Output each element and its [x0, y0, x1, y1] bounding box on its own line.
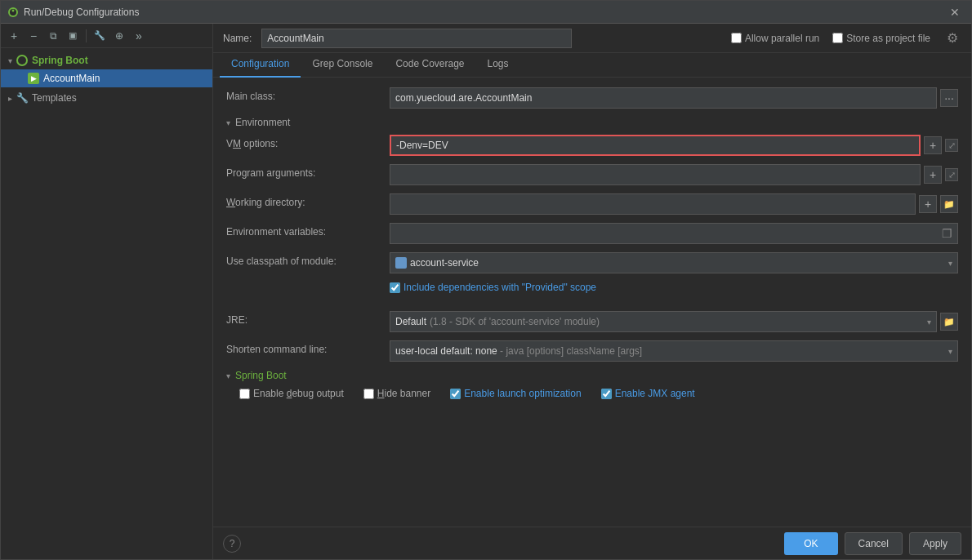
env-vars-label: Environment variables: — [226, 223, 390, 238]
sidebar-toolbar: + − ⧉ ▣ 🔧 ⊕ » — [1, 24, 212, 48]
module-dropdown-arrow: ▾ — [948, 259, 952, 268]
jre-folder-button[interactable]: 📁 — [940, 313, 958, 331]
account-main-icon: ▶ — [27, 72, 40, 85]
copy-config-button[interactable]: ⧉ — [45, 28, 61, 44]
program-args-input[interactable] — [390, 164, 921, 185]
module-dropdown[interactable]: account-service ▾ — [390, 252, 958, 273]
allow-parallel-checkbox[interactable] — [731, 33, 742, 43]
expand-button[interactable]: ⊕ — [111, 28, 127, 44]
program-args-add-button[interactable]: + — [924, 166, 942, 184]
vm-options-add-button[interactable]: + — [924, 136, 942, 154]
settings-button[interactable]: 🔧 — [91, 28, 108, 44]
main-class-more-button[interactable]: ··· — [940, 89, 958, 107]
env-vars-field[interactable]: ❐ — [390, 223, 958, 244]
shorten-cmd-detail: - java [options] className [args] — [500, 345, 642, 357]
tab-grep-console[interactable]: Grep Console — [301, 53, 384, 78]
enable-launch-label: Enable launch optimization — [464, 388, 581, 399]
shorten-cmd-label: Shorten command line: — [226, 340, 390, 355]
close-button[interactable]: ✕ — [945, 4, 965, 20]
classpath-label: Use classpath of module: — [226, 252, 390, 267]
enable-debug-label: Enable debug output — [253, 388, 344, 399]
jre-row: JRE: Default (1.8 - SDK of 'account-serv… — [226, 311, 958, 332]
spring-boot-section-title: Spring Boot — [235, 370, 287, 381]
tab-code-coverage[interactable]: Code Coverage — [384, 53, 475, 78]
enable-jmx-checkbox[interactable] — [601, 389, 612, 399]
jre-default-text: Default — [395, 316, 426, 327]
name-row: Name: Allow parallel run Store as projec… — [213, 24, 971, 53]
program-args-label: Program arguments: — [226, 164, 390, 179]
store-project-checkbox[interactable] — [832, 33, 843, 43]
enable-launch-check: Enable launch optimization — [450, 388, 581, 399]
right-panel: Name: Allow parallel run Store as projec… — [213, 24, 971, 559]
spring-boot-label: Spring Boot — [32, 55, 88, 66]
jre-dropdown[interactable]: Default (1.8 - SDK of 'account-service' … — [390, 311, 937, 332]
include-deps-label: Include dependencies with "Provided" sco… — [404, 282, 596, 293]
config-content: Main class: ··· ▾ Environment — [213, 78, 971, 527]
apply-button[interactable]: Apply — [909, 532, 961, 555]
add-config-button[interactable]: + — [6, 28, 22, 44]
remove-config-button[interactable]: − — [25, 28, 42, 44]
hide-banner-checkbox[interactable] — [363, 389, 374, 399]
templates-icon: 🔧 — [16, 91, 29, 104]
program-args-expand-button[interactable]: ⤢ — [945, 168, 958, 181]
toolbar-separator — [86, 29, 87, 42]
include-deps-row: Include dependencies with "Provided" sco… — [226, 282, 958, 303]
working-dir-input[interactable] — [390, 193, 916, 215]
ok-button[interactable]: OK — [784, 532, 837, 555]
module-icon — [395, 257, 407, 269]
header-checkboxes: Allow parallel run Store as project file… — [731, 30, 961, 46]
working-dir-folder-button[interactable]: 📁 — [940, 195, 958, 213]
window-title: Run/Debug Configurations — [24, 7, 945, 18]
save-config-button[interactable]: ▣ — [65, 28, 81, 44]
titlebar: Run/Debug Configurations ✕ — [1, 1, 971, 24]
working-dir-add-button[interactable]: + — [919, 195, 937, 213]
item-arrow — [16, 73, 27, 84]
jre-detail-text: (1.8 - SDK of 'account-service' module) — [430, 316, 600, 327]
settings-gear-button[interactable]: ⚙ — [943, 30, 961, 46]
more-button[interactable]: » — [131, 28, 147, 44]
include-deps-check-row: Include dependencies with "Provided" sco… — [390, 282, 596, 293]
help-button[interactable]: ? — [223, 535, 241, 553]
main-class-input[interactable] — [390, 87, 937, 109]
shorten-cmd-dropdown[interactable]: user-local default: none - java [options… — [390, 340, 958, 362]
enable-debug-checkbox[interactable] — [239, 389, 250, 399]
environment-collapse-arrow[interactable]: ▾ — [226, 118, 230, 127]
tab-configuration[interactable]: Configuration — [220, 53, 301, 78]
bottom-actions: OK Cancel Apply — [784, 532, 961, 555]
spring-boot-checkboxes: Enable debug output Hide banner Enable l… — [226, 388, 958, 399]
account-main-label: AccountMain — [43, 73, 100, 84]
tree-item-spring-boot-group[interactable]: ▾ Spring Boot — [1, 51, 212, 69]
vm-options-expand-button[interactable]: ⤢ — [945, 139, 958, 152]
templates-arrow: ▸ — [4, 92, 16, 104]
templates-label: Templates — [32, 92, 77, 104]
classpath-row: Use classpath of module: account-service… — [226, 252, 958, 273]
shorten-cmd-value: user-local default: none — [395, 345, 497, 357]
enable-jmx-label: Enable JMX agent — [615, 388, 695, 399]
shorten-cmd-dropdown-arrow: ▾ — [948, 347, 952, 356]
vm-options-input[interactable] — [390, 135, 921, 156]
include-deps-spacer — [226, 282, 390, 285]
spring-boot-collapse-arrow[interactable]: ▾ — [226, 371, 230, 380]
jre-label: JRE: — [226, 311, 390, 326]
module-value: account-service — [410, 257, 479, 269]
enable-jmx-check: Enable JMX agent — [601, 388, 695, 399]
cancel-button[interactable]: Cancel — [845, 532, 903, 555]
tab-logs[interactable]: Logs — [476, 53, 520, 78]
tree-item-templates[interactable]: ▸ 🔧 Templates — [1, 89, 212, 107]
env-vars-row: Environment variables: ❐ — [226, 223, 958, 244]
run-debug-window: Run/Debug Configurations ✕ + − ⧉ ▣ — [0, 0, 972, 560]
config-tree: ▾ Spring Boot ▶ AccountMain ▸ — [1, 48, 212, 559]
enable-launch-checkbox[interactable] — [450, 389, 461, 399]
sidebar: + − ⧉ ▣ 🔧 ⊕ » — [1, 24, 213, 559]
working-dir-row: Working directory: + 📁 — [226, 193, 958, 215]
include-deps-checkbox[interactable] — [390, 282, 400, 293]
allow-parallel-label: Allow parallel run — [731, 33, 819, 44]
environment-section-header: ▾ Environment — [226, 117, 958, 128]
tree-item-account-main[interactable]: ▶ AccountMain — [1, 69, 212, 87]
spring-boot-icon — [16, 54, 29, 67]
hide-banner-label: Hide banner — [377, 388, 430, 399]
svg-point-2 — [12, 9, 15, 11]
env-vars-copy-icon: ❐ — [942, 227, 952, 240]
name-input[interactable] — [261, 29, 572, 48]
program-args-row: Program arguments: + ⤢ — [226, 164, 958, 185]
